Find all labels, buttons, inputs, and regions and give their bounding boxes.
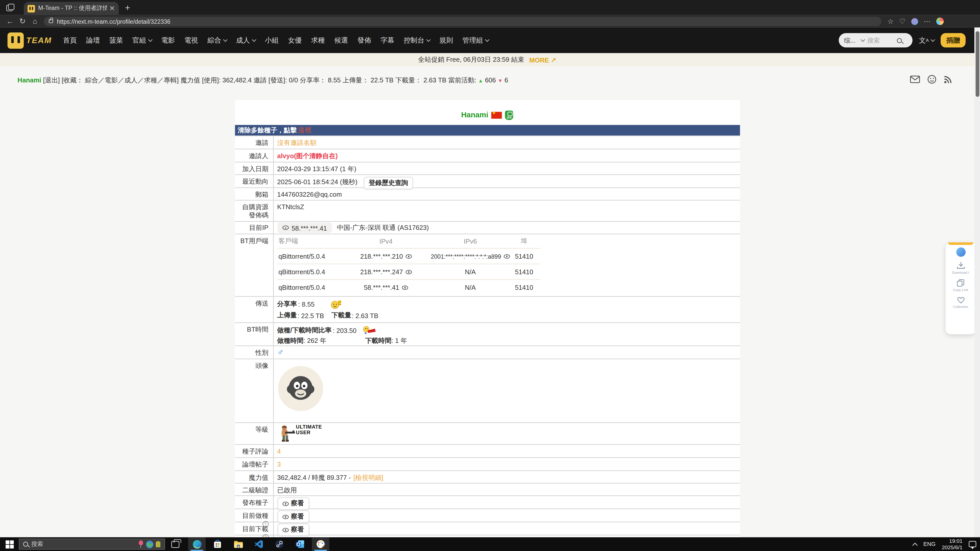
username-link[interactable]: Hanami <box>18 76 41 84</box>
task-view-icon[interactable] <box>171 541 180 548</box>
copy-icon <box>957 279 964 287</box>
logout-link[interactable]: [退出] <box>43 76 60 84</box>
eye-icon[interactable] <box>504 254 510 259</box>
promo-more-link[interactable]: MORE ↗ <box>529 56 556 63</box>
row-label: 二級驗證 <box>235 484 274 495</box>
row-label: 魔力值 <box>235 471 274 483</box>
site-logo[interactable]: TEAM <box>7 32 52 48</box>
eye-icon[interactable] <box>406 254 412 259</box>
row-label: 種子評論 <box>235 445 274 457</box>
row-label: 等級 <box>235 423 274 444</box>
nav-admin-group[interactable]: 管理組 <box>463 36 489 45</box>
download-icon <box>956 262 965 269</box>
chevron-down-icon <box>251 37 256 41</box>
nav-actress[interactable]: 女優 <box>288 36 302 45</box>
globe-face-icon[interactable] <box>928 75 936 84</box>
site-search[interactable]: 综... <box>839 33 913 48</box>
search-icon[interactable] <box>897 38 902 43</box>
more-menu-icon[interactable]: ⋯ <box>924 17 931 25</box>
browser-essentials-icon[interactable]: ♡ <box>899 17 905 25</box>
clock[interactable]: 19:01 2025/6/1 <box>942 538 963 551</box>
nav-adult[interactable]: 成人 <box>236 36 256 45</box>
nav-control-panel[interactable]: 控制台 <box>404 36 430 45</box>
notification-icon[interactable] <box>969 541 976 547</box>
view-seeding-button[interactable]: 察看 <box>277 510 309 523</box>
tab-close-icon[interactable]: ✕ <box>109 4 115 13</box>
user-stats-line: Hanami [退出] [收藏： 綜合／電影／成人／求種／專輯] 魔力值 [使用… <box>18 76 508 85</box>
browser-profile-avatar[interactable] <box>911 18 918 25</box>
nav-groups[interactable]: 小組 <box>265 36 279 45</box>
taskbar-outlook[interactable] <box>291 537 309 551</box>
windows-taskbar: 搜索 ENG <box>0 537 980 551</box>
panel-avatar-icon <box>956 248 966 257</box>
time-text: 19:01 <box>942 538 963 544</box>
favorites-links[interactable]: [收藏： 綜合／電影／成人／求種／專輯] <box>62 76 179 84</box>
tab-activity-icon[interactable] <box>6 3 16 12</box>
nav-official-group[interactable]: 官組 <box>132 36 152 45</box>
view-downloading-button[interactable]: 察看 <box>277 524 309 536</box>
bonus-label[interactable]: 魔力值 [使用]: <box>180 76 221 84</box>
favorites-star-icon[interactable]: ☆ <box>888 17 894 25</box>
panel-copy-link-item[interactable]: Copy Link <box>945 279 976 292</box>
search-category-select[interactable]: 综... <box>844 36 856 44</box>
back-icon[interactable]: ← <box>4 17 16 25</box>
nav-rules[interactable]: 規則 <box>439 36 453 45</box>
donate-button[interactable]: 捐贈 <box>941 33 966 48</box>
col-ipv6: IPv6 <box>432 238 508 245</box>
refresh-icon[interactable]: ↻ <box>16 17 29 25</box>
taskbar-edge[interactable] <box>188 537 206 551</box>
rss-icon[interactable] <box>944 75 952 83</box>
inviter-link[interactable]: alvyo(图个清静自在) <box>277 152 338 159</box>
row-last-seen: 最近動向 2025-06-01 18:54:24 (幾秒) 登錄歷史查詢 <box>235 174 740 187</box>
mail-icon[interactable] <box>910 76 920 83</box>
invite-label[interactable]: 邀請 [發送]: <box>253 76 287 84</box>
2fa-status-text: 已啟用 <box>277 486 297 493</box>
taskbar-file-explorer[interactable] <box>229 537 247 551</box>
eye-icon[interactable] <box>282 225 288 230</box>
panel-download-item[interactable]: Download t <box>945 262 976 274</box>
nav-publish[interactable]: 發佈 <box>357 36 371 45</box>
taskbar-store[interactable] <box>209 537 226 551</box>
url-text: https://next.m-team.cc/profile/detail/32… <box>57 18 170 25</box>
nav-subtitles[interactable]: 字幕 <box>380 36 394 45</box>
browser-tab[interactable]: M-Team - TP :: 使用者詳情 - Powe ✕ <box>24 2 119 15</box>
panel-handle[interactable] <box>948 242 973 245</box>
eye-icon[interactable] <box>406 270 412 274</box>
taskbar-steam[interactable] <box>270 537 288 551</box>
scrollbar-thumb[interactable] <box>975 31 979 97</box>
taskbar-paint[interactable] <box>312 537 329 551</box>
main-nav: 首頁 論壇 菠菜 官組 電影 電視 綜合 成人 小組 女優 求種 候選 發佈 字… <box>63 36 489 45</box>
banner-text: 清除多餘種子，點擊 <box>238 126 297 135</box>
banner-here-link[interactable]: 這裡 <box>298 126 311 135</box>
nav-home[interactable]: 首頁 <box>63 36 77 45</box>
start-button[interactable] <box>0 537 19 551</box>
avatar <box>277 365 323 412</box>
upload-value: 22.5 TB <box>371 76 393 84</box>
row-label: 目前做種? <box>235 509 274 522</box>
nav-movies[interactable]: 電影 <box>161 36 175 45</box>
language-indicator[interactable]: ENG <box>923 541 935 547</box>
panel-profile-item[interactable] <box>945 248 976 257</box>
copilot-icon[interactable] <box>936 17 943 25</box>
nav-tv[interactable]: 電視 <box>184 36 198 45</box>
language-icon[interactable]: 文A <box>919 36 934 45</box>
eye-icon[interactable] <box>402 285 408 289</box>
taskbar-search[interactable]: 搜索 <box>19 538 165 550</box>
ip-pill[interactable]: 58.***.***.41 <box>277 222 332 233</box>
panel-collection-item[interactable]: Collection <box>945 297 976 309</box>
taskbar-vscode[interactable] <box>250 537 268 551</box>
login-history-button[interactable]: 登錄歷史查詢 <box>364 177 413 189</box>
new-tab-button[interactable]: + <box>125 3 130 13</box>
tray-expand-icon[interactable] <box>913 542 918 548</box>
search-input[interactable] <box>867 37 894 44</box>
nav-bocai[interactable]: 菠菜 <box>109 36 123 45</box>
bonus-detail-link[interactable]: [檢視明細] <box>353 473 383 483</box>
home-icon[interactable]: ⌂ <box>29 17 41 25</box>
address-bar[interactable]: https://next.m-team.cc/profile/detail/32… <box>44 17 881 26</box>
nav-forum[interactable]: 論壇 <box>86 36 100 45</box>
page-scrollbar[interactable] <box>974 27 980 537</box>
nav-general[interactable]: 綜合 <box>207 36 227 45</box>
view-published-button[interactable]: 察看 <box>277 497 309 510</box>
nav-request[interactable]: 求種 <box>311 36 325 45</box>
nav-candidate[interactable]: 候選 <box>334 36 348 45</box>
